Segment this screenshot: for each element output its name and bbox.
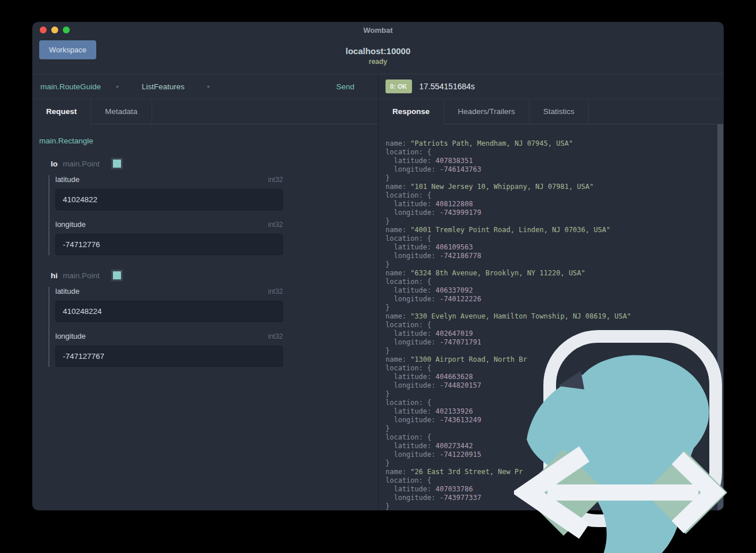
message-type-label: main.Rectangle: [39, 137, 378, 145]
response-line: latitude: 407033786: [385, 485, 714, 494]
response-line: }: [385, 174, 714, 183]
response-line: latitude: 406109563: [385, 243, 714, 252]
response-line: location: {: [385, 191, 714, 200]
response-line: name: "101 New Jersey 10, Whippany, NJ 0…: [385, 183, 714, 191]
field-group: latitudeint32longitudeint32: [48, 287, 283, 367]
latitude-input[interactable]: [55, 301, 283, 322]
response-line: latitude: 406337092: [385, 286, 714, 295]
connection-status: ready: [32, 58, 724, 66]
form-field: latitudeint32: [55, 175, 283, 210]
field-head: longitudeint32: [55, 220, 283, 229]
titlebar: Wombat: [32, 22, 724, 38]
tab-metadata[interactable]: Metadata: [91, 99, 152, 124]
tab-statistics[interactable]: Statistics: [530, 99, 589, 124]
response-line: longitude: -743999179: [385, 209, 714, 217]
server-address: localhost:10000: [32, 46, 724, 56]
response-line: location: {: [385, 399, 714, 407]
response-tabbar: ResponseHeaders/TrailersStatistics: [379, 99, 723, 124]
input-label: longitude: [55, 332, 86, 340]
request-toolbar: main.RouteGuide ▾ ListFeatures ▾ Send: [32, 74, 378, 99]
response-line: longitude: -747071791: [385, 338, 714, 347]
response-line: longitude: -742186778: [385, 252, 714, 260]
request-form: main.Rectangle lomain.Pointlatitudeint32…: [32, 124, 378, 367]
method-select-value: ListFeatures: [142, 82, 184, 91]
request-content: main.Rectangle lomain.Pointlatitudeint32…: [32, 124, 378, 510]
response-line: }: [385, 347, 714, 355]
request-tabbar: RequestMetadata: [32, 99, 378, 124]
tab-headers-trailers[interactable]: Headers/Trailers: [444, 99, 530, 124]
service-select-value: main.RouteGuide: [40, 82, 101, 91]
duration-label: 17.554151684s: [419, 82, 475, 91]
field-name-label: hi: [51, 271, 58, 280]
input-label: latitude: [55, 175, 80, 184]
response-line: location: {: [385, 364, 714, 373]
app-header: Workspace localhost:10000 ready: [32, 38, 724, 74]
response-line: longitude: -744820157: [385, 381, 714, 390]
response-line: name: "6324 8th Avenue, Brooklyn, NY 112…: [385, 269, 714, 278]
form-field: longitudeint32: [55, 220, 283, 255]
field-head: latitudeint32: [55, 287, 283, 296]
response-line: }: [385, 217, 714, 226]
input-label: longitude: [55, 220, 86, 229]
response-line: latitude: 402133926: [385, 407, 714, 416]
field-group: latitudeint32longitudeint32: [48, 175, 283, 255]
longitude-input[interactable]: [55, 346, 283, 367]
response-line: latitude: 402647019: [385, 329, 714, 338]
response-scrollbar[interactable]: [717, 124, 723, 510]
response-line: latitude: 407838351: [385, 157, 714, 165]
response-line: }: [385, 390, 714, 399]
response-line: location: {: [385, 278, 714, 286]
form-field: longitudeint32: [55, 332, 283, 367]
field-type-label: main.Point: [63, 271, 100, 280]
response-line: }: [385, 304, 714, 312]
response-line: latitude: 408122808: [385, 200, 714, 209]
response-line: location: {: [385, 476, 714, 485]
response-line: longitude: -743977337: [385, 494, 714, 502]
response-toolbar: 0: OK 17.554151684s: [379, 74, 723, 99]
field-enabled-checkbox[interactable]: [111, 158, 123, 169]
service-select[interactable]: main.RouteGuide ▾: [40, 82, 119, 91]
input-type-hint: int32: [268, 287, 283, 296]
response-line: location: {: [385, 234, 714, 243]
tab-response[interactable]: Response: [379, 99, 444, 124]
input-type-hint: int32: [268, 176, 283, 184]
response-line: name: "26 East 3rd Street, New Pr: [385, 468, 714, 476]
response-line: location: {: [385, 148, 714, 157]
chevron-down-icon: ▾: [116, 84, 119, 90]
response-body: name: "Patriots Path, Mendham, NJ 07945,…: [379, 124, 723, 510]
response-line: location: {: [385, 321, 714, 329]
field-head: longitudeint32: [55, 332, 283, 340]
response-line: name: "1300 Airport Road, North Br: [385, 355, 714, 364]
request-panel: main.RouteGuide ▾ ListFeatures ▾ Send Re…: [32, 74, 378, 510]
longitude-input[interactable]: [55, 234, 283, 255]
field-head: latitudeint32: [55, 175, 283, 184]
send-button[interactable]: Send: [332, 82, 358, 92]
response-line: }: [385, 260, 714, 269]
field-enabled-checkbox[interactable]: [111, 270, 123, 281]
tab-request[interactable]: Request: [32, 99, 91, 124]
desktop-background: Wombat Workspace localhost:10000 ready m…: [0, 0, 756, 553]
server-status-block: localhost:10000 ready: [32, 46, 724, 66]
response-line: longitude: -743613249: [385, 416, 714, 425]
field-group-header: himain.Point: [51, 270, 378, 281]
response-line: location: {: [385, 433, 714, 442]
response-line: name: "Patriots Path, Mendham, NJ 07945,…: [385, 139, 714, 148]
response-line: name: "4001 Tremley Point Road, Linden, …: [385, 226, 714, 234]
response-line: longitude: -741220915: [385, 450, 714, 459]
chevron-down-icon: ▾: [207, 84, 210, 90]
wombat-app-window: Wombat Workspace localhost:10000 ready m…: [32, 22, 724, 510]
method-select[interactable]: ListFeatures ▾: [142, 82, 210, 91]
response-line: }: [385, 502, 714, 510]
response-content: name: "Patriots Path, Mendham, NJ 07945,…: [379, 124, 723, 510]
status-badge: 0: OK: [385, 79, 412, 93]
response-line: name: "330 Evelyn Avenue, Hamilton Towns…: [385, 312, 714, 321]
field-type-label: main.Point: [63, 160, 100, 168]
response-panel: 0: OK 17.554151684s ResponseHeaders/Trai…: [378, 74, 723, 510]
input-type-hint: int32: [268, 332, 283, 340]
form-field: latitudeint32: [55, 287, 283, 322]
latitude-input[interactable]: [55, 189, 283, 210]
input-type-hint: int32: [268, 221, 283, 229]
response-line: latitude: 400273442: [385, 442, 714, 450]
response-line: }: [385, 459, 714, 468]
main-panels: main.RouteGuide ▾ ListFeatures ▾ Send Re…: [32, 74, 724, 510]
